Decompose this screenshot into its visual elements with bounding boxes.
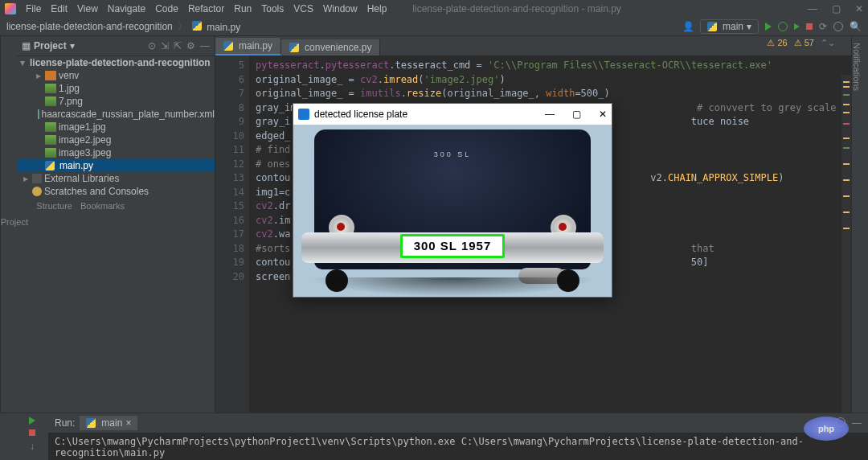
title-project: license-plate-detection-and-recognition … <box>412 3 621 14</box>
tree-item-main-py[interactable]: main.py <box>17 159 215 172</box>
notifications-tool-button[interactable]: Notifications <box>852 43 862 91</box>
gutter-line-numbers: 567891011121314151617181920 <box>215 55 249 413</box>
run-with-coverage-button[interactable] <box>794 23 800 30</box>
collapse-all-icon[interactable]: ⇱ <box>174 40 182 51</box>
popup-maximize-icon[interactable]: ▢ <box>572 109 581 120</box>
license-plate: 300 SL 1957 <box>400 234 505 258</box>
popup-close-icon[interactable]: ✕ <box>599 109 607 120</box>
car-badge-text: 300 SL <box>434 150 472 158</box>
tab-convenience-py[interactable]: convenience.py <box>281 39 380 55</box>
git-update-icon[interactable]: ⟳ <box>819 21 827 32</box>
settings-icon[interactable]: ⚙ <box>186 40 195 51</box>
python-icon <box>86 418 96 428</box>
window-close-icon[interactable]: ✕ <box>855 3 863 14</box>
run-panel-title: Run: <box>55 417 75 429</box>
bookmarks-tool-button[interactable]: Bookmarks <box>80 201 125 211</box>
chevron-down-icon[interactable]: ▾ <box>70 40 75 51</box>
project-panel-dropdown-icon[interactable]: ▦ <box>22 40 31 51</box>
run-config-selector[interactable]: main ▾ <box>700 19 759 34</box>
run-tab-main[interactable]: main × <box>80 416 137 430</box>
popup-title: detected license plate <box>314 109 407 120</box>
python-file-icon <box>192 21 202 31</box>
tree-item-7-png[interactable]: 7.png <box>17 95 215 108</box>
menu-help[interactable]: Help <box>367 3 387 14</box>
pycharm-logo-icon <box>5 3 16 14</box>
menu-run[interactable]: Run <box>234 3 252 14</box>
popup-titlebar[interactable]: detected license plate — ▢ ✕ <box>293 104 612 125</box>
run-config-label: main <box>723 21 743 32</box>
opencv-image-window[interactable]: detected license plate — ▢ ✕ 300 SL 300 … <box>293 103 612 298</box>
structure-tool-button[interactable]: Structure <box>36 201 72 211</box>
popup-minimize-icon[interactable]: — <box>545 109 555 120</box>
chevron-down-icon: ▾ <box>747 21 751 32</box>
scroll-to-end-icon[interactable]: ↓ <box>30 441 35 452</box>
python-file-icon <box>289 43 299 52</box>
tree-item-image3-jpeg[interactable]: image3.jpeg <box>17 146 215 159</box>
select-opened-file-icon[interactable]: ⊙ <box>148 40 156 51</box>
error-stripe[interactable] <box>841 75 851 413</box>
rerun-button[interactable] <box>29 417 35 425</box>
watermark-badge: php <box>804 417 849 441</box>
project-panel-header: ▦ Project ▾ ⊙ ⇲ ⇱ ⚙ — <box>17 36 215 56</box>
window-controls: — ▢ ✕ <box>808 3 863 14</box>
main-menu: File Edit View Navigate Code Refactor Ru… <box>26 3 387 14</box>
breadcrumb-file[interactable]: main.py <box>192 21 240 33</box>
menu-navigate[interactable]: Navigate <box>108 3 145 14</box>
tree-item-Scratches-and-Consoles[interactable]: Scratches and Consoles <box>17 185 215 198</box>
close-tab-icon[interactable]: × <box>125 417 131 429</box>
print-icon[interactable]: ≡ <box>29 457 35 460</box>
breadcrumb-project[interactable]: license-plate-detection-and-recognition <box>6 21 173 32</box>
hide-run-panel-icon[interactable]: — <box>852 417 862 429</box>
debug-button[interactable] <box>778 22 788 31</box>
left-tool-gutter: Project Structure Bookmarks <box>0 36 17 413</box>
expand-all-icon[interactable]: ⇲ <box>161 40 169 51</box>
run-tool-window: ↓ ≡ ⤶ 🗑 Run: main × — C:\Users\mwang\Pyc… <box>0 413 868 460</box>
project-tree[interactable]: ▾ license-plate-detection-and-recognitio… <box>17 56 215 413</box>
menu-file[interactable]: File <box>26 3 41 14</box>
run-toolbar: ↓ ≡ ⤶ 🗑 <box>16 413 48 460</box>
run-button[interactable] <box>765 23 772 31</box>
window-minimize-icon[interactable]: — <box>808 3 817 14</box>
navigation-bar: license-plate-detection-and-recognition … <box>0 18 868 36</box>
user-icon[interactable]: 👤▾ <box>682 21 694 32</box>
window-titlebar: File Edit View Navigate Code Refactor Ru… <box>0 0 868 18</box>
tree-item-1-jpg[interactable]: 1.jpg <box>17 82 215 95</box>
detected-image: 300 SL 300 SL 1957 <box>293 125 612 297</box>
window-maximize-icon[interactable]: ▢ <box>832 3 841 14</box>
python-icon <box>707 22 717 31</box>
search-everywhere-icon[interactable]: 🔍 <box>850 21 862 32</box>
opencv-window-icon <box>298 109 309 120</box>
chevron-up-down-icon[interactable]: ⌃⌄ <box>821 38 835 48</box>
inspection-summary[interactable]: ⚠ 26 ⚠ 57 ⌃⌄ <box>767 38 835 48</box>
tree-item-External-Libraries[interactable]: ▸External Libraries <box>17 172 215 185</box>
stop-process-button[interactable] <box>29 429 35 436</box>
editor-tabs: main.py convenience.py <box>215 36 851 55</box>
tab-main-py[interactable]: main.py <box>215 38 281 55</box>
menu-window[interactable]: Window <box>323 3 358 14</box>
chevron-down-icon[interactable]: ▾ <box>20 56 25 69</box>
tree-root[interactable]: ▾ license-plate-detection-and-recognitio… <box>17 56 215 69</box>
tree-item-image2-jpeg[interactable]: image2.jpeg <box>17 133 215 146</box>
project-tool-button[interactable]: Project <box>1 217 28 227</box>
breadcrumb-separator-icon: 〉 <box>178 20 187 34</box>
project-panel: ▦ Project ▾ ⊙ ⇲ ⇱ ⚙ — ▾ license-plate-de… <box>17 36 215 413</box>
hide-panel-icon[interactable]: — <box>200 40 210 51</box>
tree-item-image1-jpg[interactable]: image1.jpg <box>17 121 215 133</box>
stop-button[interactable] <box>806 23 813 30</box>
tree-item-haarcascade_russian_plate_number-xml[interactable]: haarcascade_russian_plate_number.xml <box>17 108 215 121</box>
menu-view[interactable]: View <box>77 3 98 14</box>
menu-tools[interactable]: Tools <box>261 3 284 14</box>
settings-icon[interactable] <box>833 22 843 31</box>
tree-item-venv[interactable]: ▸venv <box>17 69 215 82</box>
menu-refactor[interactable]: Refactor <box>188 3 224 14</box>
python-file-icon <box>223 41 233 51</box>
menu-vcs[interactable]: VCS <box>293 3 313 14</box>
right-tool-gutter: Notifications <box>851 36 868 413</box>
menu-edit[interactable]: Edit <box>51 3 68 14</box>
run-panel-header: Run: main × — <box>48 413 868 433</box>
run-console-output[interactable]: C:\Users\mwang\PycharmProjects\pythonPro… <box>48 433 868 460</box>
project-panel-title: Project <box>34 40 67 51</box>
menu-code[interactable]: Code <box>155 3 178 14</box>
